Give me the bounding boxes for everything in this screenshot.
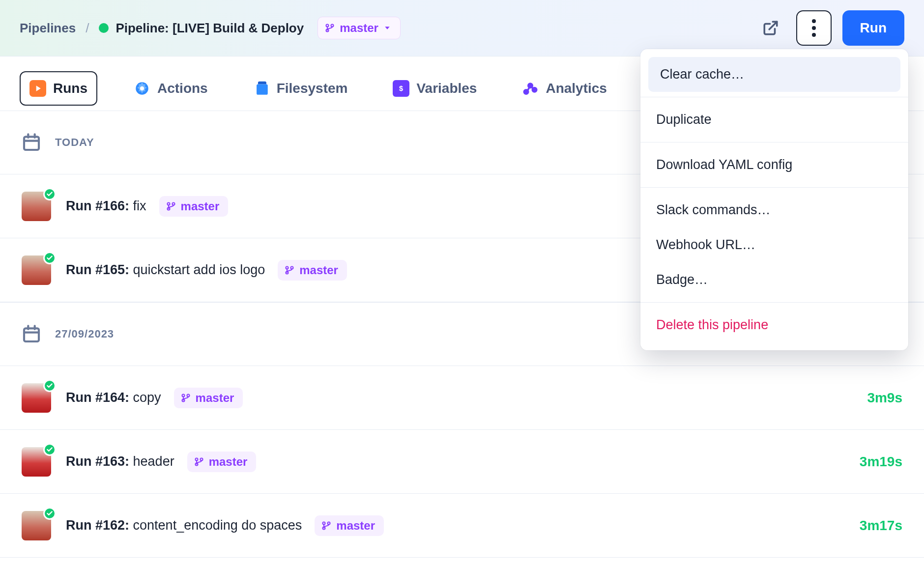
commit-message: quickstart add ios logo <box>133 262 265 277</box>
svg-point-6 <box>812 33 816 37</box>
branch-icon <box>181 393 191 403</box>
tab-label: Runs <box>53 81 87 96</box>
run-title: Run #165: quickstart add ios logo <box>66 262 265 278</box>
branch-icon <box>194 457 204 467</box>
svg-rect-9 <box>257 85 268 95</box>
breadcrumb-title[interactable]: Pipeline: [LIVE] Build & Deploy <box>99 21 304 36</box>
branch-chip[interactable]: master <box>278 260 347 281</box>
menu-item-clear-cache[interactable]: Clear cache… <box>648 57 900 92</box>
svg-rect-24 <box>24 328 39 341</box>
run-number: Run #165: <box>66 262 129 277</box>
status-success-icon <box>43 507 56 520</box>
svg-rect-14 <box>24 137 39 150</box>
tab-label: Actions <box>157 81 208 96</box>
branch-name: master <box>209 455 248 469</box>
run-row[interactable]: Run #164: copymaster3m9s <box>0 366 924 430</box>
more-actions-button[interactable] <box>796 10 832 46</box>
menu-item-badge[interactable]: Badge… <box>640 262 908 297</box>
calendar-icon <box>22 133 41 152</box>
status-success-icon <box>43 379 56 392</box>
calendar-icon <box>22 324 41 344</box>
run-title: Run #163: header <box>66 454 174 469</box>
status-success-icon <box>43 443 56 456</box>
branch-name: master <box>196 391 234 405</box>
analytics-icon <box>522 80 539 97</box>
commit-message: copy <box>133 390 161 405</box>
breadcrumb: Pipelines / Pipeline: [LIVE] Build & Dep… <box>20 17 401 39</box>
svg-point-8 <box>140 86 144 91</box>
run-button[interactable]: Run <box>842 10 904 46</box>
status-success-icon <box>43 252 56 264</box>
tab-runs[interactable]: Runs <box>20 71 97 106</box>
run-number: Run #164: <box>66 390 129 405</box>
run-duration: 3m19s <box>860 454 902 470</box>
tab-label: Filesystem <box>277 81 348 96</box>
tab-actions[interactable]: Actions <box>125 72 217 105</box>
chevron-down-icon <box>383 24 391 32</box>
svg-text:$: $ <box>399 85 403 92</box>
menu-item-duplicate[interactable]: Duplicate <box>640 102 908 137</box>
avatar <box>22 255 51 285</box>
status-dot-icon <box>99 23 109 33</box>
run-duration: 3m17s <box>860 518 902 534</box>
branch-chip[interactable]: master <box>174 388 243 408</box>
run-number: Run #162: <box>66 518 129 533</box>
avatar <box>22 192 51 221</box>
open-external-button[interactable] <box>756 13 785 43</box>
more-actions-menu: Clear cache… Duplicate Download YAML con… <box>640 49 908 350</box>
menu-separator <box>640 97 908 97</box>
page-title: Pipeline: [LIVE] Build & Deploy <box>116 21 304 36</box>
menu-separator <box>640 187 908 188</box>
branch-icon <box>285 265 294 275</box>
menu-item-download-yaml[interactable]: Download YAML config <box>640 147 908 182</box>
tab-analytics[interactable]: Analytics <box>513 72 616 105</box>
breadcrumb-root[interactable]: Pipelines <box>20 21 76 36</box>
tab-label: Analytics <box>546 81 607 96</box>
commit-message: header <box>133 454 174 469</box>
menu-item-webhook-url[interactable]: Webhook URL… <box>640 227 908 262</box>
commit-message: fix <box>133 198 146 213</box>
runs-icon <box>29 80 46 97</box>
breadcrumb-separator: / <box>86 21 89 36</box>
avatar <box>22 383 51 413</box>
branch-selector[interactable]: master <box>318 17 401 39</box>
menu-separator <box>640 142 908 142</box>
run-title: Run #166: fix <box>66 198 146 214</box>
commit-message: content_encoding do spaces <box>133 518 302 533</box>
run-title: Run #162: content_encoding do spaces <box>66 518 302 533</box>
branch-name: master <box>336 519 375 533</box>
menu-item-delete-pipeline[interactable]: Delete this pipeline <box>640 308 908 342</box>
variables-icon: $ <box>393 80 409 97</box>
filesystem-icon <box>253 80 270 97</box>
date-label: 27/09/2023 <box>55 328 114 340</box>
tab-label: Variables <box>416 81 477 96</box>
run-number: Run #163: <box>66 454 129 469</box>
external-link-icon <box>762 20 779 36</box>
avatar <box>22 447 51 477</box>
branch-icon <box>321 521 331 531</box>
branch-chip[interactable]: master <box>159 196 229 217</box>
run-row[interactable]: Run #162: content_encoding do spacesmast… <box>0 494 924 558</box>
branch-chip[interactable]: master <box>187 452 257 472</box>
svg-line-3 <box>769 22 777 29</box>
branch-selector-label: master <box>340 21 378 35</box>
run-title: Run #164: copy <box>66 390 161 405</box>
menu-item-slack-commands[interactable]: Slack commands… <box>640 193 908 227</box>
actions-icon <box>134 80 150 97</box>
status-success-icon <box>43 188 56 200</box>
avatar <box>22 511 51 540</box>
branch-chip[interactable]: master <box>315 515 384 536</box>
branch-icon <box>325 23 335 33</box>
date-label: TODAY <box>55 136 94 149</box>
run-row[interactable]: Run #163: headermaster3m19s <box>0 430 924 494</box>
run-number: Run #166: <box>66 198 129 213</box>
tab-filesystem[interactable]: Filesystem <box>244 72 357 105</box>
svg-point-5 <box>812 26 816 30</box>
tab-variables[interactable]: $ Variables <box>384 72 486 105</box>
branch-name: master <box>181 199 220 213</box>
branch-icon <box>166 201 176 211</box>
svg-point-4 <box>812 19 816 23</box>
dots-vertical-icon <box>811 18 816 38</box>
run-duration: 3m9s <box>867 390 902 406</box>
header: Pipelines / Pipeline: [LIVE] Build & Dep… <box>0 0 924 56</box>
